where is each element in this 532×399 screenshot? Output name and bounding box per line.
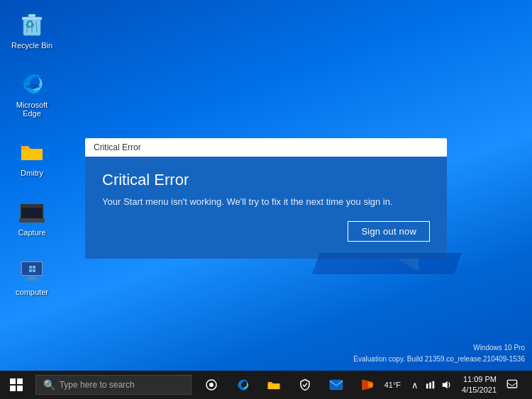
recycle-bin-icon[interactable]: ♻ Recycle Bin: [7, 7, 57, 52]
edge-image: [18, 69, 46, 98]
office-svg: [360, 378, 375, 392]
svg-rect-17: [33, 266, 35, 269]
computer-label: computer: [16, 288, 48, 296]
taskbar-app-icons: [197, 371, 382, 399]
taskbar-right: 41°F ∧: [382, 371, 532, 399]
capture-image: [18, 197, 46, 225]
speaker-svg: [441, 380, 451, 390]
security-icon[interactable]: [291, 371, 319, 399]
edge-svg: [19, 71, 45, 96]
taskbar-search[interactable]: 🔍 Type here to search: [35, 375, 192, 395]
search-icon: 🔍: [43, 379, 55, 390]
capture-svg: [19, 198, 45, 224]
dialog-title-bar: Critical Error: [85, 138, 447, 157]
svg-rect-9: [21, 204, 43, 208]
taskbar: 🔍 Type here to search: [0, 371, 532, 399]
office-icon[interactable]: [353, 371, 382, 399]
network-svg: [426, 380, 436, 390]
svg-line-5: [36, 21, 37, 33]
svg-point-7: [26, 84, 40, 89]
critical-error-dialog: Critical Error Critical Error Your Start…: [85, 138, 447, 259]
sign-out-button[interactable]: Sign out now: [348, 221, 430, 242]
task-view-svg: [205, 378, 218, 391]
clock-time: 11:09 PM: [463, 374, 497, 385]
task-view-icon[interactable]: [197, 371, 226, 399]
folder-image: [18, 137, 46, 166]
svg-rect-22: [330, 380, 343, 389]
svg-rect-19: [33, 269, 35, 272]
desktop-icons: ♻ Recycle Bin: [7, 7, 57, 299]
temperature-text: 41°F: [384, 381, 401, 389]
svg-rect-23: [368, 383, 373, 386]
notification-icon[interactable]: [501, 371, 523, 399]
edge-label: Microsoft Edge: [10, 101, 54, 118]
recycle-bin-image: ♻: [18, 10, 46, 38]
dialog-message: Your Start menu isn't working. We'll try…: [102, 196, 430, 207]
clock-date: 4/15/2021: [462, 385, 497, 395]
speakers-icon[interactable]: [439, 378, 453, 392]
system-tray: ∧: [404, 378, 458, 392]
taskbar-edge-svg: [235, 378, 250, 392]
file-explorer-icon[interactable]: [260, 371, 288, 399]
svg-rect-10: [22, 208, 42, 218]
svg-text:♻: ♻: [25, 18, 35, 30]
search-placeholder-text: Type here to search: [60, 380, 135, 390]
svg-rect-16: [29, 266, 32, 269]
svg-rect-15: [25, 279, 39, 281]
dialog-heading: Critical Error: [102, 171, 430, 189]
desktop: ♻ Recycle Bin: [0, 0, 532, 399]
svg-point-21: [209, 383, 214, 387]
notification-svg: [506, 379, 518, 390]
svg-rect-11: [19, 218, 45, 223]
svg-rect-24: [426, 383, 428, 388]
recycle-bin-svg: ♻: [19, 11, 45, 37]
microsoft-edge-icon[interactable]: Microsoft Edge: [7, 67, 57, 120]
dmitry-label: Dmitry: [21, 169, 43, 177]
show-desktop-button[interactable]: [523, 371, 532, 399]
watermark-line2: Evaluation copy. Build 21359.co_release.…: [353, 354, 525, 365]
windows-logo-icon: [10, 378, 23, 391]
security-svg: [299, 378, 311, 391]
dialog-title-text: Critical Error: [94, 142, 141, 152]
mail-svg: [329, 379, 343, 390]
svg-rect-26: [433, 381, 435, 389]
folder-svg: [19, 139, 45, 164]
svg-rect-18: [29, 269, 32, 272]
clock[interactable]: 11:09 PM 4/15/2021: [458, 371, 501, 399]
svg-rect-25: [429, 383, 431, 389]
dmitry-folder-icon[interactable]: Dmitry: [7, 135, 57, 180]
svg-marker-27: [443, 381, 448, 389]
dialog-body: Critical Error Your Start menu isn't wor…: [85, 157, 447, 259]
network-icon[interactable]: [423, 378, 438, 392]
start-button[interactable]: [0, 371, 33, 399]
chevron-up-icon[interactable]: ∧: [408, 378, 422, 392]
computer-image: [18, 257, 46, 285]
computer-svg: [19, 258, 45, 283]
capture-icon[interactable]: Capture: [7, 194, 57, 240]
computer-icon[interactable]: computer: [7, 254, 57, 299]
watermark-line1: Windows 10 Pro: [353, 342, 525, 354]
svg-rect-14: [28, 276, 36, 279]
capture-label: Capture: [18, 228, 45, 237]
watermark: Windows 10 Pro Evaluation copy. Build 21…: [353, 342, 525, 365]
recycle-bin-label: Recycle Bin: [11, 41, 52, 50]
file-explorer-svg: [267, 378, 281, 391]
svg-rect-2: [28, 14, 35, 17]
taskbar-edge-icon[interactable]: [228, 371, 257, 399]
mail-icon[interactable]: [322, 371, 350, 399]
dialog-shadow: [312, 253, 462, 274]
temperature-section[interactable]: 41°F: [382, 381, 404, 389]
